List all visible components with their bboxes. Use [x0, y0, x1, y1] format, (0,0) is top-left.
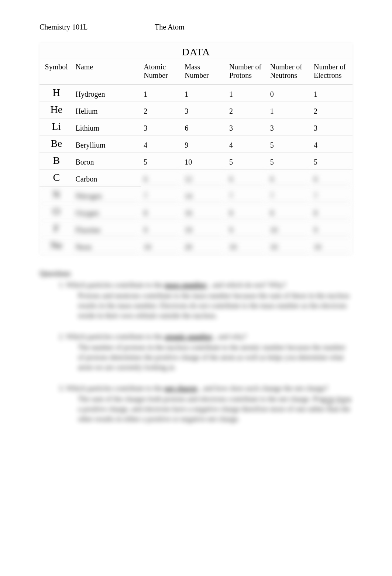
question-answer: The sum of the charges both protons and … [78, 394, 353, 424]
col-header-name: Name [73, 59, 141, 85]
question-term: net charge [165, 384, 197, 392]
cell-neutrons: 3 [268, 119, 312, 136]
question-term: mass number [165, 281, 207, 289]
table-title: DATA [39, 43, 353, 59]
cell-neutrons: 8 [268, 204, 312, 221]
cell-mass-number: 9 [182, 136, 227, 153]
cell-protons: 5 [227, 153, 268, 170]
cell-atomic-number: 4 [141, 136, 182, 153]
cell-symbol: F [39, 221, 73, 238]
question-prompt-post: , and how does each change the net charg… [199, 384, 328, 392]
table-row: H Hydrogen 1 1 1 0 1 [39, 85, 353, 102]
question-prompt-pre: Which particles contribute to the [66, 281, 165, 289]
col-header-atomic-number: Atomic Number [141, 59, 182, 85]
cell-symbol: Ne [39, 238, 73, 255]
cell-symbol: O [39, 204, 73, 221]
question-answer: Protons and neutrons contribute to the m… [78, 291, 353, 321]
cell-name: Boron [73, 153, 141, 170]
cell-symbol: Li [39, 119, 73, 136]
cell-neutrons: 10 [268, 238, 312, 255]
cell-mass-number: 16 [182, 204, 227, 221]
cell-name: Neon [73, 238, 141, 255]
cell-neutrons: 1 [268, 102, 312, 119]
cell-name: Fluorine [73, 221, 141, 238]
table-row: F Fluorine 9 19 9 10 9 [39, 221, 353, 238]
cell-atomic-number: 10 [141, 238, 182, 255]
cell-neutrons: 7 [268, 187, 312, 204]
question-item: 1. Which particles contribute to the mas… [59, 280, 353, 321]
cell-name: Nitrogen [73, 187, 141, 204]
col-header-neutrons: Number of Neutrons [268, 59, 312, 85]
page-number: Page 2 of 7 [321, 399, 351, 406]
cell-atomic-number: 9 [141, 221, 182, 238]
cell-atomic-number: 3 [141, 119, 182, 136]
cell-electrons: 6 [312, 170, 353, 187]
col-header-protons: Number of Protons [227, 59, 268, 85]
cell-symbol: B [39, 153, 73, 170]
question-number: 3. [59, 384, 64, 392]
cell-electrons: 8 [312, 204, 353, 221]
cell-mass-number: 3 [182, 102, 227, 119]
table-row: Li Lithium 3 6 3 3 3 [39, 119, 353, 136]
cell-atomic-number: 2 [141, 102, 182, 119]
cell-mass-number: 14 [182, 187, 227, 204]
question-prompt-pre: Which particles contribute to the [66, 384, 165, 392]
cell-name: Carbon [73, 170, 141, 187]
cell-symbol: C [39, 170, 73, 187]
cell-electrons: 10 [312, 238, 353, 255]
question-prompt-post: , and which do not? Why? [209, 281, 286, 289]
question-term: atomic number [165, 332, 213, 341]
cell-protons: 4 [227, 136, 268, 153]
cell-name: Oxygen [73, 204, 141, 221]
table-row: B Boron 5 10 5 5 5 [39, 153, 353, 170]
cell-mass-number: 12 [182, 170, 227, 187]
cell-atomic-number: 8 [141, 204, 182, 221]
header-title: The Atom [155, 23, 353, 31]
cell-neutrons: 6 [268, 170, 312, 187]
table-row: O Oxygen 8 16 8 8 8 [39, 204, 353, 221]
cell-neutrons: 0 [268, 85, 312, 102]
cell-name: Lithium [73, 119, 141, 136]
cell-protons: 1 [227, 85, 268, 102]
cell-atomic-number: 7 [141, 187, 182, 204]
cell-protons: 3 [227, 119, 268, 136]
table-row: He Helium 2 3 2 1 2 [39, 102, 353, 119]
cell-mass-number: 1 [182, 85, 227, 102]
cell-mass-number: 6 [182, 119, 227, 136]
table-row: C Carbon 6 12 6 6 6 [39, 170, 353, 187]
cell-symbol: Be [39, 136, 73, 153]
questions-heading: Questions [39, 269, 353, 278]
cell-name: Beryllium [73, 136, 141, 153]
cell-electrons: 9 [312, 221, 353, 238]
header-course: Chemistry 101L [39, 23, 155, 31]
question-number: 1. [59, 281, 64, 289]
cell-protons: 9 [227, 221, 268, 238]
data-table: DATA Symbol Name Atomic Number Mass Numb… [39, 43, 353, 255]
col-header-electrons: Number of Electrons [312, 59, 353, 85]
col-header-mass-number: Mass Number [182, 59, 227, 85]
table-row: Be Beryllium 4 9 4 5 4 [39, 136, 353, 153]
cell-neutrons: 5 [268, 136, 312, 153]
cell-neutrons: 10 [268, 221, 312, 238]
question-prompt-post: , and why? [214, 332, 247, 341]
cell-electrons: 5 [312, 153, 353, 170]
cell-atomic-number: 6 [141, 170, 182, 187]
cell-electrons: 2 [312, 102, 353, 119]
table-row: N Nitrogen 7 14 7 7 7 [39, 187, 353, 204]
cell-mass-number: 20 [182, 238, 227, 255]
cell-name: Hydrogen [73, 85, 141, 102]
question-item: 3. Which particles contribute to the net… [59, 383, 353, 424]
question-item: 2. Which particles contribute to the ato… [59, 332, 353, 372]
cell-name: Helium [73, 102, 141, 119]
table-header-row: Symbol Name Atomic Number Mass Number Nu… [39, 59, 353, 85]
cell-protons: 6 [227, 170, 268, 187]
cell-symbol: H [39, 85, 73, 102]
cell-symbol: He [39, 102, 73, 119]
cell-mass-number: 19 [182, 221, 227, 238]
question-answer: The number of protons in the nucleus con… [78, 342, 353, 372]
col-header-symbol: Symbol [39, 59, 73, 85]
cell-protons: 8 [227, 204, 268, 221]
document-header: Chemistry 101L The Atom [39, 23, 353, 31]
cell-electrons: 1 [312, 85, 353, 102]
questions-section: Questions 1. Which particles contribute … [39, 269, 353, 424]
